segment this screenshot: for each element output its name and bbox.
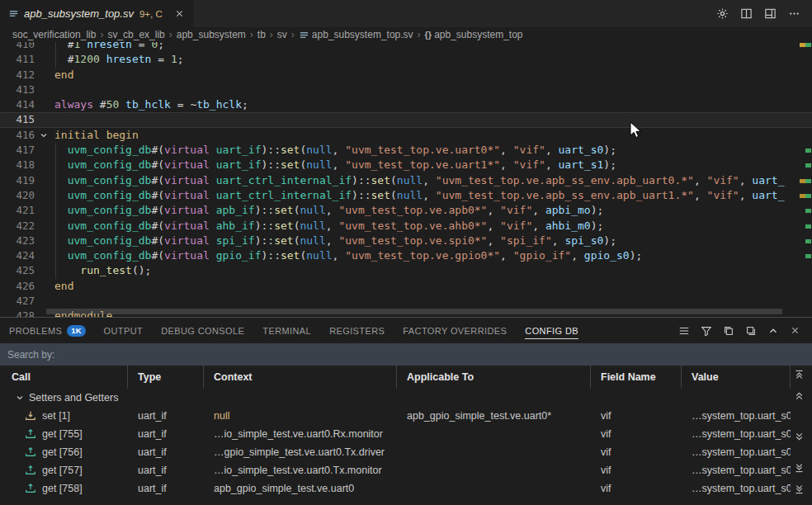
code-editor[interactable]: 410 #1 hresetn = 0;411 #1200 hresetn = 1… (0, 42, 812, 317)
column-header-applicable-to[interactable]: Applicable To (397, 366, 591, 389)
code-text: uvm_config_db#(virtual gpio_if)::set(nul… (54, 248, 642, 263)
column-header-call[interactable]: Call (0, 366, 128, 389)
panel-tab-config-db[interactable]: CONFIG DB (516, 318, 588, 343)
code-line-412[interactable]: 412end (0, 68, 812, 83)
layout-icon[interactable] (764, 7, 777, 20)
panel-tab-label: REGISTERS (329, 326, 385, 336)
code-line-415[interactable]: 415 (0, 112, 812, 127)
panel-tab-problems[interactable]: PROBLEMS1K (0, 318, 95, 343)
fold-gutter (35, 158, 54, 172)
breadcrumb-item[interactable]: soc_verification_lib (12, 29, 96, 40)
fold-gutter (35, 112, 54, 127)
code-text: initial begin (54, 128, 139, 143)
more-actions-icon[interactable] (788, 7, 800, 20)
field-cell: vif (591, 465, 682, 476)
indent-guide (55, 158, 56, 172)
chevron-down-icon (15, 393, 25, 403)
panel-tab-factory-overrides[interactable]: FACTORY OVERRIDES (394, 318, 516, 343)
tab-decoration: 9+, C (139, 9, 163, 19)
column-header-label: Applicable To (407, 371, 474, 383)
code-line-410[interactable]: 410 #1 hresetn = 0; (0, 42, 812, 52)
field-cell: vif (591, 446, 682, 458)
code-line-417[interactable]: 417 uvm_config_db#(virtual uart_if)::set… (0, 143, 812, 158)
scroll-to-top-icon[interactable] (794, 369, 805, 380)
tab-apb-subsystem-top[interactable]: apb_subsystem_top.sv 9+, C (0, 0, 194, 27)
call-label: get [756] (42, 446, 83, 458)
breadcrumb-item[interactable]: apb_subsystem_top.sv (299, 29, 413, 40)
code-line-421[interactable]: 421 uvm_config_db#(virtual apb_if)::set(… (0, 203, 812, 218)
scroll-up-icon[interactable] (794, 390, 805, 401)
column-header-field-name[interactable]: Field Name (591, 366, 682, 389)
filter-icon[interactable] (701, 325, 712, 337)
ruler-mark (805, 239, 811, 243)
duplicate-icon[interactable] (745, 325, 757, 337)
panel-tab-terminal[interactable]: TERMINAL (253, 318, 320, 343)
chevron-up-icon[interactable] (767, 325, 779, 337)
code-line-413[interactable]: 413 (0, 83, 812, 97)
breadcrumb-item[interactable]: sv_cb_ex_lib (107, 29, 164, 40)
table-row[interactable]: get [757]uart_if…io_simple_test.ve.uart0… (0, 461, 812, 479)
panel-actions (678, 325, 812, 337)
scroll-down-icon[interactable] (794, 432, 805, 442)
code-line-425[interactable]: 425 run_test(); (0, 263, 812, 278)
set-icon (25, 410, 36, 422)
code-line-424[interactable]: 424 uvm_config_db#(virtual gpio_if)::set… (0, 248, 812, 263)
line-number: 419 (0, 173, 35, 188)
call-cell: set [1] (0, 410, 128, 422)
get-icon (25, 446, 36, 458)
breadcrumb-item[interactable]: {}apb_subsystem_top (425, 29, 523, 40)
applicable-cell: apb_gpio_simple_test.ve.uart0* (397, 410, 591, 422)
breadcrumb-separator: › (291, 29, 295, 40)
tree-group-setters-and-getters[interactable]: Setters and Getters (0, 389, 812, 407)
code-text: uvm_config_db#(virtual uart_ctrl_interna… (54, 173, 785, 188)
breadcrumb-item-label: apb_subsystem_top.sv (312, 29, 413, 40)
table-row[interactable]: set [1]uart_ifnullapb_gpio_simple_test.v… (0, 407, 812, 425)
code-line-420[interactable]: 420 uvm_config_db#(virtual uart_ctrl_int… (0, 188, 812, 203)
table-row[interactable]: get [755]uart_if…io_simple_test.ve.uart0… (0, 425, 812, 443)
close-icon[interactable] (174, 8, 185, 19)
fold-gutter (35, 173, 54, 188)
copy-icon[interactable] (723, 325, 734, 337)
scroll-to-bottom-icon[interactable] (794, 463, 805, 474)
code-line-426[interactable]: 426end (0, 279, 812, 294)
breadcrumb-item[interactable]: apb_subsystem (177, 29, 246, 40)
fold-gutter (35, 234, 54, 248)
search-input[interactable]: Search by: (0, 343, 812, 366)
code-line-427[interactable]: 427 (0, 294, 812, 309)
settings-gear-icon[interactable] (716, 7, 729, 20)
split-editor-icon[interactable] (740, 7, 753, 20)
call-label: set [1] (42, 410, 70, 422)
call-label: get [755] (42, 428, 83, 440)
table-row[interactable]: get [756]uart_if…gpio_simple_test.ve.uar… (0, 443, 812, 461)
horizontal-scrollbar[interactable] (46, 309, 782, 314)
code-line-416[interactable]: 416initial begin (0, 128, 812, 143)
context-cell: …io_simple_test.ve.uart0.Tx.monitor (204, 465, 397, 476)
indent-guide (55, 219, 56, 234)
scroll-to-bottom-icon[interactable] (794, 484, 805, 495)
code-line-422[interactable]: 422 uvm_config_db#(virtual ahb_if)::set(… (0, 219, 812, 234)
code-line-419[interactable]: 419 uvm_config_db#(virtual uart_ctrl_int… (0, 173, 812, 188)
breadcrumb-item[interactable]: tb (257, 29, 266, 40)
breadcrumb-separator: › (418, 29, 421, 40)
code-line-423[interactable]: 423 uvm_config_db#(virtual spi_if)::set(… (0, 234, 812, 248)
fold-gutter (35, 83, 54, 97)
code-line-418[interactable]: 418 uvm_config_db#(virtual uart_if)::set… (0, 158, 812, 172)
indent-guide (55, 234, 56, 248)
code-line-411[interactable]: 411 #1200 hresetn = 1; (0, 52, 812, 67)
fold-chevron-icon[interactable] (35, 128, 54, 143)
panel-tab-output[interactable]: OUTPUT (95, 318, 153, 343)
code-text: run_test(); (54, 263, 151, 278)
panel-tab-registers[interactable]: REGISTERS (320, 318, 394, 343)
call-label: get [757] (42, 465, 83, 476)
code-line-414[interactable]: 414always #50 tb_hclk = ~tb_hclk; (0, 97, 812, 112)
table-row[interactable]: get [758]uart_ifapb_gpio_simple_test.ve.… (0, 479, 812, 498)
breadcrumb-item[interactable]: sv (277, 29, 287, 40)
column-header-type[interactable]: Type (128, 366, 204, 389)
column-header-value[interactable]: Value (682, 366, 791, 389)
column-header-context[interactable]: Context (204, 366, 397, 389)
panel-tab-debug-console[interactable]: DEBUG CONSOLE (152, 318, 253, 343)
table-header: CallTypeContextApplicable ToField NameVa… (0, 366, 812, 389)
fold-gutter (35, 294, 54, 309)
breadcrumb-item-label: sv_cb_ex_lib (107, 29, 164, 40)
list-icon[interactable] (678, 325, 690, 337)
